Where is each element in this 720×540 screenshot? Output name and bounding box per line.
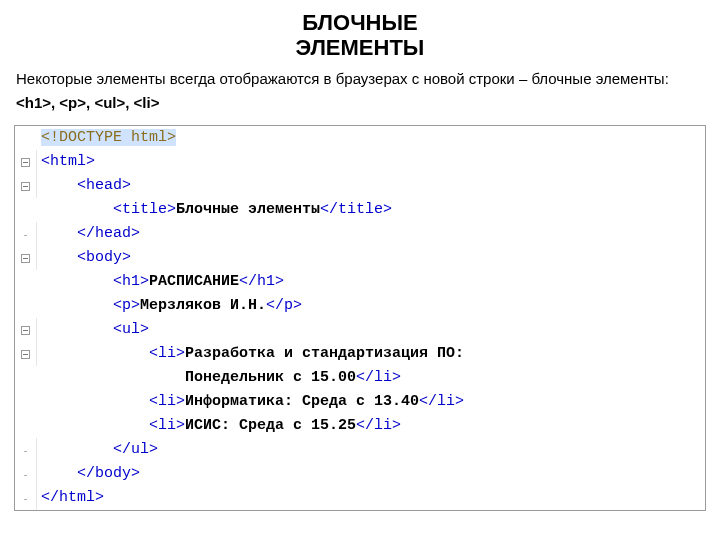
li2-text: Информатика: Среда с 13.40 — [185, 393, 419, 410]
code-line: <!DOCTYPE html> — [15, 126, 705, 150]
code-cell: </html> — [37, 486, 705, 510]
code-line: - </ul> — [15, 438, 705, 462]
head-close: </head> — [77, 225, 140, 242]
p-close: </p> — [266, 297, 302, 314]
code-cell: <html> — [37, 150, 705, 174]
li-open-3: <li> — [149, 417, 185, 434]
code-cell: </head> — [37, 222, 705, 246]
title-text: Блочные элементы — [176, 201, 320, 218]
code-cell: </ul> — [37, 438, 705, 462]
title-close: </title> — [320, 201, 392, 218]
code-cell: <li>ИСИС: Среда с 15.25</li> — [37, 414, 705, 438]
minus-icon — [21, 182, 30, 191]
fold-marker[interactable] — [15, 150, 37, 174]
code-line: <h1>РАСПИСАНИЕ</h1> — [15, 270, 705, 294]
body-open: <body> — [77, 249, 131, 266]
code-editor: <!DOCTYPE html> <html> <head> <title>Бло… — [14, 125, 706, 511]
code-line: Понедельник с 15.00</li> — [15, 366, 705, 390]
li1b-text: Понедельник с 15.00 — [185, 369, 356, 386]
gutter-cell: - — [15, 462, 37, 486]
ul-close: </ul> — [113, 441, 158, 458]
code-line: <html> — [15, 150, 705, 174]
h1-close: </h1> — [239, 273, 284, 290]
li-close: </li> — [356, 369, 401, 386]
code-line: <body> — [15, 246, 705, 270]
code-line: - </body> — [15, 462, 705, 486]
minus-icon — [21, 254, 30, 263]
intro-text: Некоторые элементы всегда отображаются в… — [16, 70, 669, 87]
fold-marker[interactable] — [15, 246, 37, 270]
h1-open: <h1> — [113, 273, 149, 290]
gutter-cell: - — [15, 486, 37, 510]
code-cell: <li>Разработка и стандартизация ПО: — [37, 342, 705, 366]
ul-open: <ul> — [113, 321, 149, 338]
li-open: <li> — [149, 345, 185, 362]
html-open: <html> — [41, 153, 95, 170]
code-cell: <head> — [37, 174, 705, 198]
code-cell: <li>Информатика: Среда с 13.40</li> — [37, 390, 705, 414]
minus-icon — [21, 158, 30, 167]
code-line: <li>Разработка и стандартизация ПО: — [15, 342, 705, 366]
html-close: </html> — [41, 489, 104, 506]
code-line: <p>Мерзляков И.Н.</p> — [15, 294, 705, 318]
title-line-1: БЛОЧНЫЕ — [302, 10, 417, 35]
gutter-cell: - — [15, 222, 37, 246]
doctype-tag: <!DOCTYPE html> — [41, 129, 176, 146]
li-close-3: </li> — [356, 417, 401, 434]
li1a-text: Разработка и стандартизация ПО: — [185, 345, 464, 362]
code-cell: <p>Мерзляков И.Н.</p> — [37, 294, 705, 318]
gutter-cell: - — [15, 438, 37, 462]
p-open: <p> — [113, 297, 140, 314]
code-cell: <!DOCTYPE html> — [37, 126, 705, 150]
fold-marker[interactable] — [15, 174, 37, 198]
slide-title: БЛОЧНЫЕ ЭЛЕМЕНТЫ — [230, 10, 490, 61]
intro-tags: <h1>, <p>, <ul>, <li> — [16, 94, 159, 111]
code-line: <li>ИСИС: Среда с 15.25</li> — [15, 414, 705, 438]
code-cell: <title>Блочные элементы</title> — [37, 198, 705, 222]
code-line: <head> — [15, 174, 705, 198]
intro-paragraph: Некоторые элементы всегда отображаются в… — [16, 67, 706, 115]
fold-marker[interactable] — [15, 318, 37, 342]
code-line: - </head> — [15, 222, 705, 246]
code-line: <title>Блочные элементы</title> — [15, 198, 705, 222]
body-close: </body> — [77, 465, 140, 482]
h1-text: РАСПИСАНИЕ — [149, 273, 239, 290]
li-close-2: </li> — [419, 393, 464, 410]
code-cell: <h1>РАСПИСАНИЕ</h1> — [37, 270, 705, 294]
code-cell: Понедельник с 15.00</li> — [37, 366, 705, 390]
code-line: <li>Информатика: Среда с 13.40</li> — [15, 390, 705, 414]
fold-marker[interactable] — [15, 342, 37, 366]
minus-icon — [21, 350, 30, 359]
minus-icon — [21, 326, 30, 335]
code-line: <ul> — [15, 318, 705, 342]
code-line: - </html> — [15, 486, 705, 510]
title-line-2: ЭЛЕМЕНТЫ — [296, 35, 425, 60]
p-text: Мерзляков И.Н. — [140, 297, 266, 314]
head-open: <head> — [77, 177, 131, 194]
code-cell: <body> — [37, 246, 705, 270]
code-cell: </body> — [37, 462, 705, 486]
code-cell: <ul> — [37, 318, 705, 342]
li-open-2: <li> — [149, 393, 185, 410]
li3-text: ИСИС: Среда с 15.25 — [185, 417, 356, 434]
title-open: <title> — [113, 201, 176, 218]
